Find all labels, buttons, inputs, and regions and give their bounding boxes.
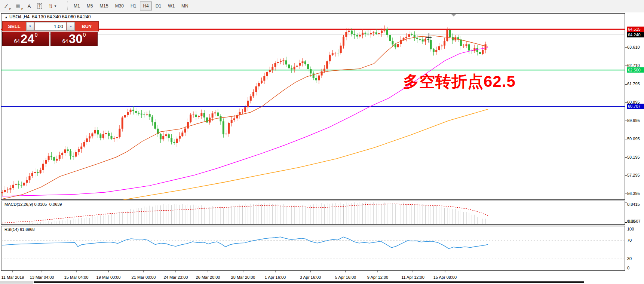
date-axis-label: 21 Mar 00:00: [132, 275, 156, 280]
price-badge: 62.500: [627, 67, 644, 73]
rsi-label: RSI(14) 61.6968: [4, 227, 35, 232]
h-scrollbar-track[interactable]: [0, 281, 33, 284]
price-badge: 60.707: [627, 104, 644, 109]
sell-price-small: 64: [14, 37, 20, 45]
buy-price-small: 64: [62, 37, 68, 45]
price-axis-tick: 62.710: [627, 63, 640, 68]
chart-window: ▲USOil-,H4 64.130 64.340 64.060 64.240 S…: [0, 13, 644, 284]
one-click-trading-panel: SELL ▼ 1.00 ▲ BUY 64240 64300: [2, 21, 99, 46]
chart-canvas[interactable]: [0, 13, 644, 284]
rsi-axis-tick: 0: [627, 266, 629, 270]
timeframe-button-m5[interactable]: M5: [84, 1, 96, 10]
volume-decrement-button[interactable]: ▼: [26, 22, 34, 31]
date-axis-label: 28 Mar 20:00: [231, 275, 255, 280]
date-axis-label: 11 Apr 12:00: [401, 275, 424, 280]
toolbar-drag-handle[interactable]: [67, 1, 69, 10]
chevron-down-icon: ▼: [54, 4, 57, 8]
arrows-style-icon[interactable]: ⇅ ▼: [45, 1, 60, 11]
timeframe-button-h1[interactable]: H1: [128, 1, 139, 10]
pattern-draw-sub: E: [9, 7, 11, 11]
sell-price-big: 24: [21, 33, 34, 45]
rsi-axis-tick: 70: [627, 238, 632, 242]
price-axis-tick: 59.995: [627, 118, 640, 123]
text-box-glyph: T: [37, 3, 42, 9]
pattern-draw-glyph: ∕∕∕: [6, 3, 6, 9]
timeframe-button-m1[interactable]: M1: [71, 1, 83, 10]
buy-price-display[interactable]: 64300: [50, 32, 98, 46]
timeframe-button-w1[interactable]: W1: [165, 1, 178, 10]
date-axis-label: 26 Mar 20:00: [196, 275, 220, 280]
date-axis-label: 13 Mar 04:00: [30, 275, 54, 280]
price-axis-tick: 58.195: [627, 155, 640, 159]
grid-fibo-sub: F: [21, 7, 23, 11]
timeframe-button-mn[interactable]: MN: [178, 1, 191, 10]
grid-fibo-glyph: ▦: [16, 3, 20, 9]
macd-label: MACD(12,26,9) 0.0105 -0.0639: [4, 202, 62, 207]
price-axis-tick: 57.295: [627, 173, 640, 177]
grid-fibo-icon[interactable]: ▦ F: [12, 1, 24, 11]
timeframe-button-m15[interactable]: M15: [96, 1, 111, 10]
rsi-axis-tick: 100: [627, 227, 634, 231]
date-axis-label: 11 Mar 2019: [1, 275, 24, 280]
mt4-window: ∕∕∕ E ▦ F A T ⇅ ▼ M1M5M15M30H1H4D1W1MN ▲…: [0, 0, 644, 284]
price-badge: 64.240: [627, 32, 644, 37]
date-axis-label: 15 Apr 08:00: [433, 275, 457, 280]
ohlc-values: 64.130 64.340 64.060 64.240: [32, 14, 91, 19]
chart-annotation-text[interactable]: 多空转折点62.5: [403, 71, 516, 92]
date-axis-label: 3 Apr 16:00: [300, 275, 321, 280]
symbol-timeframe: USOil-,H4: [9, 14, 30, 19]
timeframe-button-d1[interactable]: D1: [153, 1, 164, 10]
date-axis-label: 5 Apr 16:00: [335, 275, 356, 280]
text-label-icon[interactable]: A: [24, 1, 34, 11]
date-axis-label: 9 Apr 12:00: [367, 275, 388, 280]
arrows-glyph: ⇅: [49, 3, 53, 9]
rsi-axis-tick: 30: [627, 256, 632, 261]
price-badge: 64.515: [627, 27, 644, 32]
sell-button[interactable]: SELL: [3, 22, 26, 31]
buy-price-sup: 0: [83, 29, 86, 40]
price-axis-tick: 61.795: [627, 82, 640, 86]
buy-button[interactable]: BUY: [75, 22, 98, 31]
chart-ohlc-header: ▲USOil-,H4 64.130 64.340 64.060 64.240: [4, 14, 91, 19]
date-axis-label: 1 Apr 16:00: [265, 275, 286, 280]
volume-increment-button[interactable]: ▲: [67, 22, 75, 31]
h-scrollbar-thumb[interactable]: [34, 281, 584, 283]
date-axis-label: 24 Mar 23:00: [164, 275, 188, 280]
macd-axis-tick: 0.0507: [628, 219, 641, 223]
price-axis-tick: 59.095: [627, 137, 640, 141]
price-axis-tick: 63.610: [627, 45, 640, 49]
toolbar: ∕∕∕ E ▦ F A T ⇅ ▼ M1M5M15M30H1H4D1W1MN: [0, 0, 644, 12]
timeframe-group: M1M5M15M30H1H4D1W1MN: [70, 1, 192, 10]
collapse-triangle-icon[interactable]: ▲: [4, 15, 8, 19]
sell-price-display[interactable]: 64240: [2, 32, 49, 46]
buy-price-big: 30: [69, 33, 83, 45]
timeframe-button-h4[interactable]: H4: [140, 1, 151, 10]
pattern-draw-icon[interactable]: ∕∕∕ E: [0, 1, 12, 11]
timeframe-button-m30[interactable]: M30: [112, 1, 127, 10]
toolbar-separator: [63, 1, 63, 10]
text-box-icon[interactable]: T: [35, 1, 45, 11]
text-label-glyph: A: [28, 3, 31, 9]
sell-price-sup: 0: [35, 29, 38, 40]
date-axis-label: 19 Mar 00:00: [96, 275, 121, 280]
volume-input[interactable]: 1.00: [34, 22, 67, 31]
date-axis-label: 15 Mar 04:00: [64, 275, 89, 280]
macd-axis-tick: 0.8415: [627, 202, 640, 207]
price-axis-tick: 56.395: [627, 191, 640, 196]
